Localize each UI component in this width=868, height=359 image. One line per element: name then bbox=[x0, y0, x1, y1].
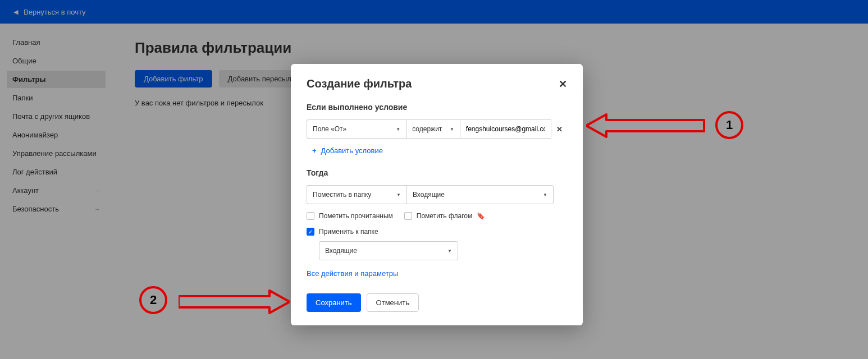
value-input[interactable] bbox=[466, 125, 545, 133]
caret-down-icon: ▼ bbox=[450, 127, 454, 132]
checkbox-icon bbox=[404, 212, 412, 220]
checkbox-row: Пометить прочитанным Пометить флагом 🔖 bbox=[307, 212, 567, 220]
modal-footer: Сохранить Отменить bbox=[307, 293, 567, 312]
operator-select[interactable]: содержит ▼ bbox=[406, 119, 460, 139]
field-select-value: Поле «От» bbox=[313, 125, 346, 133]
mark-read-label: Пометить прочитанным bbox=[319, 212, 393, 220]
add-condition-label: Добавить условие bbox=[321, 146, 383, 155]
annotation-circle-2: 2 bbox=[139, 286, 167, 314]
add-condition-link[interactable]: + Добавить условие bbox=[307, 146, 567, 155]
close-icon[interactable]: ✕ bbox=[559, 78, 567, 90]
field-select[interactable]: Поле «От» ▼ bbox=[307, 119, 406, 139]
operator-select-value: содержит bbox=[412, 125, 442, 133]
remove-condition-icon[interactable]: ✕ bbox=[551, 125, 567, 134]
annotation-number: 1 bbox=[726, 118, 733, 132]
caret-down-icon: ▼ bbox=[396, 127, 400, 132]
then-section-label: Тогда bbox=[307, 168, 567, 177]
all-actions-link[interactable]: Все действия и параметры bbox=[307, 269, 398, 278]
svg-marker-1 bbox=[179, 291, 290, 313]
annotation-number: 2 bbox=[150, 293, 157, 307]
apply-folder-select[interactable]: Входящие ▼ bbox=[319, 241, 458, 260]
create-filter-modal: Создание фильтра ✕ Если выполнено услови… bbox=[291, 64, 583, 325]
folder-select-value: Входящие bbox=[413, 191, 445, 199]
action-select[interactable]: Поместить в папку ▼ bbox=[307, 185, 406, 204]
checkbox-checked-icon: ✓ bbox=[307, 228, 314, 236]
condition-section-label: Если выполнено условие bbox=[307, 103, 567, 112]
caret-down-icon: ▼ bbox=[396, 192, 401, 197]
cancel-button[interactable]: Отменить bbox=[367, 293, 419, 312]
flag-icon: 🔖 bbox=[477, 212, 485, 220]
modal-header: Создание фильтра ✕ bbox=[307, 77, 567, 90]
apply-to-folder-label: Применить к папке bbox=[319, 228, 378, 236]
caret-down-icon: ▼ bbox=[543, 192, 547, 197]
checkbox-icon bbox=[307, 212, 314, 220]
plus-icon: + bbox=[312, 146, 317, 155]
mark-read-checkbox[interactable]: Пометить прочитанным bbox=[307, 212, 393, 220]
annotation-arrow-1 bbox=[586, 111, 711, 140]
mark-flag-checkbox[interactable]: Пометить флагом 🔖 bbox=[404, 212, 485, 220]
action-row: Поместить в папку ▼ Входящие ▼ bbox=[307, 185, 567, 204]
action-select-value: Поместить в папку bbox=[313, 191, 371, 199]
annotation-circle-1: 1 bbox=[715, 111, 743, 139]
apply-folder-value: Входящие bbox=[325, 247, 357, 255]
annotation-arrow-2 bbox=[179, 288, 290, 315]
save-button[interactable]: Сохранить bbox=[307, 293, 361, 312]
svg-marker-0 bbox=[586, 114, 704, 137]
caret-down-icon: ▼ bbox=[447, 248, 452, 254]
modal-title: Создание фильтра bbox=[307, 77, 412, 90]
mark-flag-label: Пометить флагом bbox=[417, 212, 472, 220]
condition-row: Поле «От» ▼ содержит ▼ ✕ bbox=[307, 119, 567, 139]
value-input-wrapper bbox=[460, 119, 551, 139]
apply-to-folder-checkbox[interactable]: ✓ Применить к папке bbox=[307, 228, 567, 236]
folder-select[interactable]: Входящие ▼ bbox=[406, 185, 554, 204]
